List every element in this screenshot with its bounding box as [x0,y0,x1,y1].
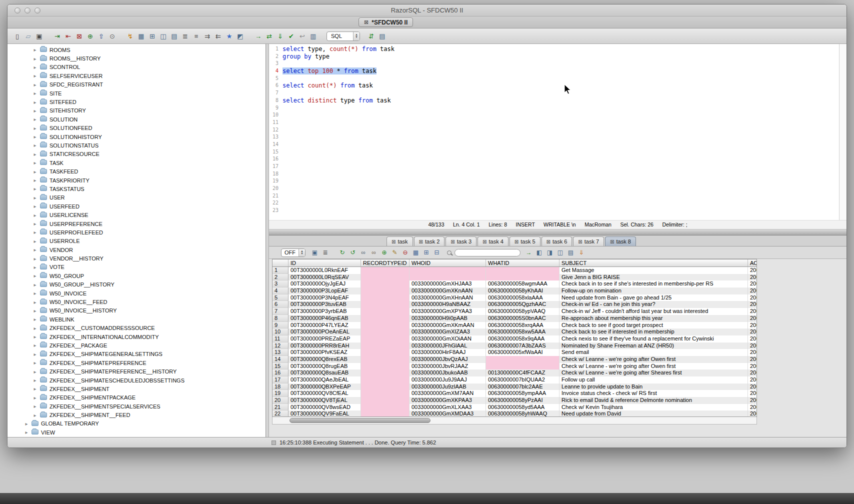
table-icon[interactable]: ▦ [136,32,146,41]
titlebar[interactable]: RazorSQL - SFDCW50 II [8,4,846,16]
row-number-header[interactable] [272,260,288,266]
sql-editor-code[interactable]: select type, count(*) from taskgroup by … [280,44,839,220]
table-row[interactable]: 1700T3000000QAeJbEAL0033000000Ju9J9AAJ00… [272,376,756,384]
download-icon[interactable]: ⇓ [577,248,586,257]
tab-close-icon[interactable]: ⊠ [514,239,518,244]
scrollbar-thumb[interactable] [290,418,430,423]
indent-icon[interactable]: ⇉ [202,32,212,41]
horizontal-splitter[interactable] [269,229,846,236]
clipboard-icon[interactable]: ▤ [170,32,179,41]
save-icon[interactable]: ▣ [34,32,44,41]
tree-item[interactable]: ▸SITEHISTORY [8,106,266,115]
table-row[interactable]: 1200T3000000PRR8rEAH0033000000JFhGlAAL00… [272,342,756,350]
tree-item[interactable]: ▸ROOMS__HISTORY [8,54,266,62]
disclosure-triangle-icon[interactable]: ▸ [32,186,38,192]
row-limit-stepper-icon[interactable]: ▲▼ [298,249,305,256]
tree-item[interactable]: ▸SOLUTION [8,115,266,124]
tree-item[interactable]: ▸W50_GROUP [8,272,266,280]
disclosure-triangle-icon[interactable]: ▸ [32,108,38,114]
tree-item[interactable]: ▸SITEFEED [8,98,266,106]
tab-close-icon[interactable]: ⊠ [364,19,368,26]
result-tab[interactable]: ⊠task 3 [446,236,476,246]
disclosure-triangle-icon[interactable]: ▸ [32,126,38,131]
execute-all-icon[interactable]: ⇄ [264,32,274,41]
connect-icon[interactable]: ⇥ [52,32,62,41]
disclosure-triangle-icon[interactable]: ▸ [24,430,29,435]
tab-close-icon[interactable]: ⊠ [450,239,454,244]
disclosure-triangle-icon[interactable]: ▸ [32,238,38,244]
table-row[interactable]: 2200T3000000QV9FaEAL0033000000GmXMDAA300… [272,410,756,417]
insert-row-icon[interactable]: ⊕ [380,248,388,257]
tree-item[interactable]: ▸ZKFEDEX__SHIPMATEGENERALSETTINGS [8,350,266,358]
export-copy-icon[interactable]: ◨ [546,248,554,257]
tree-item[interactable]: ▸SFDC_REGISTRANT [8,80,266,89]
disclosure-triangle-icon[interactable]: ▸ [32,308,38,314]
tree-item[interactable]: ▸VOTE [8,263,266,272]
disclosure-triangle-icon[interactable]: ▸ [32,212,38,218]
disclosure-triangle-icon[interactable]: ▸ [32,195,38,200]
disclosure-triangle-icon[interactable]: ▸ [32,334,38,340]
disclosure-triangle-icon[interactable]: ▸ [32,152,38,157]
disclosure-triangle-icon[interactable]: ▸ [32,395,38,400]
outdent-icon[interactable]: ⇇ [214,32,223,41]
tree-item[interactable]: ▸ZKFEDEX__CUSTOMADDRESSSOURCE [8,324,266,332]
export-page-icon[interactable]: ◧ [535,248,544,257]
table-row[interactable]: 200T3000000L0RqSEAVGive Jenn a BIG RAISE… [272,274,756,281]
disclosure-triangle-icon[interactable]: ▸ [32,300,38,305]
disclosure-triangle-icon[interactable]: ▸ [32,316,38,322]
tree-item[interactable]: ▸USERROLE [8,237,266,246]
disclosure-triangle-icon[interactable]: ▸ [32,326,38,331]
result-tab[interactable]: ⊠task [386,236,413,246]
disclosure-triangle-icon[interactable]: ▸ [32,290,38,296]
result-tab[interactable]: ⊠task 5 [510,236,540,246]
disclosure-triangle-icon[interactable]: ▸ [32,82,38,88]
disclosure-triangle-icon[interactable]: ▸ [24,421,29,426]
table-row[interactable]: 400T3000000P3LopEAF0033000000GmXKnAAN006… [272,288,756,294]
disconnect-icon[interactable]: ⇤ [64,32,73,41]
tree-item[interactable]: ▸W50_INVOICE__FEED [8,298,266,306]
table-favorites-icon[interactable]: ◩ [236,32,245,41]
tree-item[interactable]: ▸VENDOR [8,246,266,254]
refresh-icon[interactable]: ⇵ [366,32,376,41]
grid-icon[interactable]: ▦ [412,248,420,257]
tree-item[interactable]: ▸W50_INVOICE__HISTORY [8,306,266,315]
tree-item[interactable]: ▸GLOBAL TEMPORARY [8,420,266,428]
combo-stepper-icon[interactable]: ▲▼ [353,32,360,40]
disclosure-triangle-icon[interactable]: ▸ [32,386,38,392]
tree-item[interactable]: ▸SOLUTIONFEED [8,124,266,132]
add-icon[interactable]: ⊕ [86,32,95,41]
disclosure-triangle-icon[interactable]: ▸ [32,230,38,235]
disclosure-triangle-icon[interactable]: ▸ [32,273,38,278]
tree-item[interactable]: ▸ROOMS [8,46,266,54]
tree-item[interactable]: ▸ZKFEDEX__SHIPMATEPREFERENCE [8,358,266,367]
table-row[interactable]: 1800T3000000QBXPeEAP0033000000Ju9zIAAB00… [272,384,756,390]
table-row[interactable]: 900T3000000P47LYEAZ0033000000GmXKmAAN006… [272,322,756,329]
column-header[interactable]: WHATID [486,260,560,266]
tree-item[interactable]: ▸USERFEED [8,202,266,210]
disclosure-triangle-icon[interactable]: ▸ [32,221,38,226]
result-tab[interactable]: ⊠task 4 [478,236,508,246]
disclosure-triangle-icon[interactable]: ▸ [32,100,38,105]
delete-row-icon[interactable]: ⊖ [401,248,410,257]
search-input[interactable] [454,249,520,256]
tab-close-icon[interactable]: ⊠ [578,239,582,244]
minimize-window-button[interactable] [24,8,30,14]
tree-item[interactable]: ▸SELFSERVICEUSER [8,72,266,80]
paste-icon[interactable]: ◫ [158,32,168,41]
disclosure-triangle-icon[interactable]: ▸ [32,342,38,348]
tree-item[interactable]: ▸ZKFEDEX__PACKAGE [8,341,266,350]
tree-item[interactable]: ▸VIEW [8,428,266,436]
tree-item[interactable]: ▸STATICRESOURCE [8,150,266,158]
disclosure-triangle-icon[interactable]: ▸ [32,178,38,183]
tree-item[interactable]: ▸VENDOR__HISTORY [8,254,266,262]
disclosure-triangle-icon[interactable]: ▸ [32,378,38,383]
results-horizontal-scrollbar[interactable] [272,417,757,424]
grid-add-icon[interactable]: ⊞ [422,248,430,257]
describe-icon[interactable]: ▤ [378,32,387,41]
tree-item[interactable]: ▸USERLICENSE [8,210,266,219]
tree-item[interactable]: ▸W50_GROUP__HISTORY [8,280,266,289]
disclosure-triangle-icon[interactable]: ▸ [32,73,38,78]
tree-item[interactable]: ▸ZKFEDEX__SHIPMENT [8,384,266,393]
table-row[interactable]: 500T3000000P3N4pEAF0033000000GmXHnAAN006… [272,294,756,302]
table-row[interactable]: 1400T3000000Q8rexEAB0033000000JbvQzAAJCh… [272,356,756,363]
